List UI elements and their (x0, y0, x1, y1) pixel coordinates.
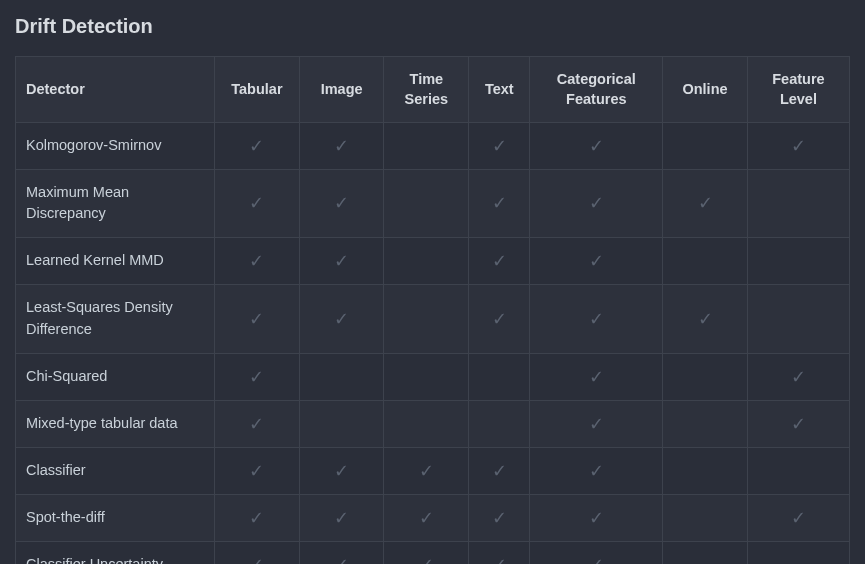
table-row: Least-Squares Density Difference✓✓✓✓✓ (16, 285, 850, 354)
col-header-online: Online (663, 57, 748, 123)
check-icon: ✓ (419, 461, 434, 481)
cell-categorical: ✓ (530, 169, 663, 238)
check-icon: ✓ (698, 309, 713, 329)
cell-tabular: ✓ (215, 541, 300, 564)
check-icon: ✓ (249, 414, 264, 434)
cell-text: ✓ (469, 122, 530, 169)
detector-name: Classifier Uncertainty (16, 541, 215, 564)
check-icon: ✓ (492, 309, 507, 329)
cell-tabular: ✓ (215, 238, 300, 285)
check-icon: ✓ (334, 193, 349, 213)
cell-categorical: ✓ (530, 285, 663, 354)
cell-image: ✓ (299, 238, 384, 285)
cell-categorical: ✓ (530, 494, 663, 541)
check-icon: ✓ (492, 193, 507, 213)
cell-feature_level (747, 447, 849, 494)
check-icon: ✓ (334, 555, 349, 564)
check-icon: ✓ (419, 555, 434, 564)
table-row: Kolmogorov-Smirnov✓✓✓✓✓ (16, 122, 850, 169)
cell-feature_level (747, 541, 849, 564)
cell-online (663, 238, 748, 285)
cell-online (663, 541, 748, 564)
check-icon: ✓ (334, 309, 349, 329)
check-icon: ✓ (249, 251, 264, 271)
detector-name: Kolmogorov-Smirnov (16, 122, 215, 169)
check-icon: ✓ (334, 461, 349, 481)
detector-name: Spot-the-diff (16, 494, 215, 541)
cell-text (469, 353, 530, 400)
cell-tabular: ✓ (215, 285, 300, 354)
check-icon: ✓ (589, 251, 604, 271)
col-header-feature-level: Feature Level (747, 57, 849, 123)
check-icon: ✓ (791, 367, 806, 387)
cell-tabular: ✓ (215, 122, 300, 169)
check-icon: ✓ (589, 367, 604, 387)
cell-text: ✓ (469, 285, 530, 354)
cell-online (663, 353, 748, 400)
cell-time_series (384, 238, 469, 285)
cell-text: ✓ (469, 447, 530, 494)
check-icon: ✓ (492, 461, 507, 481)
table-row: Mixed-type tabular data✓✓✓ (16, 400, 850, 447)
cell-time_series: ✓ (384, 541, 469, 564)
cell-tabular: ✓ (215, 494, 300, 541)
cell-categorical: ✓ (530, 353, 663, 400)
cell-image (299, 353, 384, 400)
cell-text: ✓ (469, 494, 530, 541)
cell-time_series: ✓ (384, 494, 469, 541)
check-icon: ✓ (249, 461, 264, 481)
cell-online (663, 400, 748, 447)
check-icon: ✓ (492, 555, 507, 564)
table-row: Maximum Mean Discrepancy✓✓✓✓✓ (16, 169, 850, 238)
cell-categorical: ✓ (530, 541, 663, 564)
col-header-tabular: Tabular (215, 57, 300, 123)
check-icon: ✓ (791, 414, 806, 434)
table-row: Classifier Uncertainty✓✓✓✓✓ (16, 541, 850, 564)
check-icon: ✓ (249, 367, 264, 387)
cell-image: ✓ (299, 285, 384, 354)
cell-feature_level: ✓ (747, 400, 849, 447)
cell-categorical: ✓ (530, 400, 663, 447)
cell-tabular: ✓ (215, 447, 300, 494)
cell-online (663, 122, 748, 169)
check-icon: ✓ (249, 136, 264, 156)
check-icon: ✓ (492, 136, 507, 156)
cell-time_series: ✓ (384, 447, 469, 494)
check-icon: ✓ (589, 193, 604, 213)
drift-detection-table: Detector Tabular Image Time Series Text … (15, 56, 850, 564)
detector-name: Classifier (16, 447, 215, 494)
col-header-detector: Detector (16, 57, 215, 123)
check-icon: ✓ (791, 508, 806, 528)
cell-text: ✓ (469, 169, 530, 238)
col-header-time-series: Time Series (384, 57, 469, 123)
cell-online: ✓ (663, 169, 748, 238)
detector-name: Learned Kernel MMD (16, 238, 215, 285)
cell-feature_level (747, 238, 849, 285)
check-icon: ✓ (589, 461, 604, 481)
cell-tabular: ✓ (215, 400, 300, 447)
col-header-image: Image (299, 57, 384, 123)
check-icon: ✓ (492, 251, 507, 271)
check-icon: ✓ (589, 508, 604, 528)
cell-time_series (384, 169, 469, 238)
cell-feature_level (747, 285, 849, 354)
check-icon: ✓ (589, 414, 604, 434)
cell-image: ✓ (299, 122, 384, 169)
check-icon: ✓ (791, 136, 806, 156)
check-icon: ✓ (589, 309, 604, 329)
detector-name: Mixed-type tabular data (16, 400, 215, 447)
check-icon: ✓ (334, 508, 349, 528)
cell-time_series (384, 122, 469, 169)
cell-feature_level: ✓ (747, 494, 849, 541)
cell-categorical: ✓ (530, 122, 663, 169)
cell-feature_level (747, 169, 849, 238)
check-icon: ✓ (334, 136, 349, 156)
detector-name: Chi-Squared (16, 353, 215, 400)
check-icon: ✓ (589, 136, 604, 156)
check-icon: ✓ (419, 508, 434, 528)
cell-feature_level: ✓ (747, 353, 849, 400)
cell-image: ✓ (299, 447, 384, 494)
cell-time_series (384, 353, 469, 400)
cell-tabular: ✓ (215, 169, 300, 238)
table-row: Spot-the-diff✓✓✓✓✓✓ (16, 494, 850, 541)
